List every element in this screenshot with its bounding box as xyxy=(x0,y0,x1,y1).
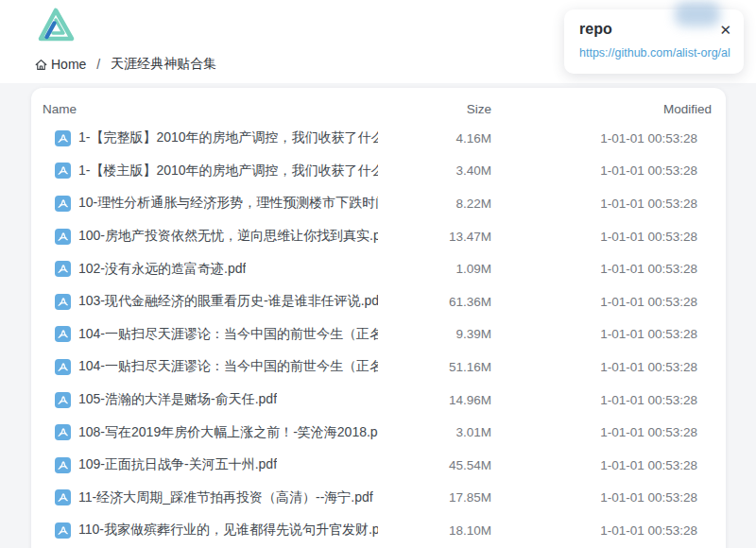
file-size: 51.16M xyxy=(378,360,491,374)
file-row[interactable]: 10-理性分析通胀与经济形势，理性预测楼市下跌时间表-... 8.22M 1-0… xyxy=(31,187,726,220)
breadcrumb-home-label: Home xyxy=(51,57,86,72)
file-row[interactable]: 109-正面抗日战争-关河五十州.pdf 45.54M 1-01-01 00:5… xyxy=(31,449,726,482)
file-modified: 1-01-01 00:53:28 xyxy=(491,295,712,309)
file-row[interactable]: 1-【楼主版】2010年的房地产调控，我们收获了什么？写... 3.40M 1-… xyxy=(31,155,726,188)
top-header: Home / 天涯经典神贴合集 repo ✕ https://github.co… xyxy=(0,0,756,83)
file-row[interactable]: 103-现代金融经济的眼重看历史-谁是谁非任评说.pdf 61.36M 1-01… xyxy=(31,285,726,318)
breadcrumb: Home / 天涯经典神贴合集 xyxy=(34,56,216,73)
file-size: 1.09M xyxy=(378,262,491,276)
file-name: 1-【楼主版】2010年的房地产调控，我们收获了什么？写... xyxy=(78,163,378,180)
file-size: 3.01M xyxy=(378,425,491,439)
pdf-file-icon xyxy=(55,424,71,440)
breadcrumb-separator: / xyxy=(93,57,104,72)
file-row[interactable]: 1-【完整版】2010年的房地产调控，我们收获了什么？写... 4.16M 1-… xyxy=(31,122,726,155)
file-list: 1-【完整版】2010年的房地产调控，我们收获了什么？写... 4.16M 1-… xyxy=(31,122,726,547)
pdf-file-icon xyxy=(55,163,71,179)
file-name: 108-写在2019年房价大幅上涨之前！-笑沧海2018.pdf xyxy=(78,424,378,441)
file-modified: 1-01-01 00:53:28 xyxy=(491,163,712,178)
pdf-file-icon xyxy=(55,489,71,505)
file-modified: 1-01-01 00:53:28 xyxy=(491,490,712,505)
file-size: 9.39M xyxy=(378,327,491,341)
file-name: 104-一贴扫尽天涯谬论：当今中国的前世今生（正名帖）-... xyxy=(78,326,378,343)
file-name: 104-一贴扫尽天涯谬论：当今中国的前世今生（正名帖）-... xyxy=(78,358,378,375)
column-header-size[interactable]: Size xyxy=(378,102,491,116)
file-modified: 1-01-01 00:53:28 xyxy=(491,197,712,211)
file-name: 10-理性分析通胀与经济形势，理性预测楼市下跌时间表-... xyxy=(78,195,378,212)
file-size: 17.85M xyxy=(378,490,491,505)
pdf-file-icon xyxy=(55,196,71,212)
pdf-file-icon xyxy=(55,457,71,473)
file-row[interactable]: 110-我家做殡葬行业的，见谁都得先说句升官发财.pdf 18.10M 1-01… xyxy=(31,514,726,547)
content-area: Name Size Modified 1-【完整版】2010年的房地产调控，我们… xyxy=(0,83,756,548)
file-size: 18.10M xyxy=(378,523,491,538)
home-icon xyxy=(34,58,48,72)
pdf-file-icon xyxy=(55,130,71,146)
privacy-blur-overlay xyxy=(675,2,720,26)
file-row[interactable]: 108-写在2019年房价大幅上涨之前！-笑沧海2018.pdf 3.01M 1… xyxy=(31,416,726,449)
file-size: 14.96M xyxy=(378,393,491,407)
file-row[interactable]: 102-没有永远的造富奇迹.pdf 1.09M 1-01-01 00:53:28 xyxy=(31,252,726,285)
close-icon[interactable]: ✕ xyxy=(719,23,731,37)
pdf-file-icon xyxy=(55,294,71,310)
file-name: 100-房地产投资依然无忧，逆向思维让你找到真实.pdf xyxy=(78,228,378,245)
file-name: 105-浩瀚的大洋是赌场-俞天任.pdf xyxy=(78,391,277,408)
file-row[interactable]: 11-经济大周期_踩准节拍再投资（高清）--海宁.pdf 17.85M 1-01… xyxy=(31,482,726,515)
file-name: 103-现代金融经济的眼重看历史-谁是谁非任评说.pdf xyxy=(78,293,378,310)
file-modified: 1-01-01 00:53:28 xyxy=(491,327,712,341)
pdf-file-icon xyxy=(55,326,71,342)
file-name: 11-经济大周期_踩准节拍再投资（高清）--海宁.pdf xyxy=(78,489,373,506)
file-row[interactable]: 105-浩瀚的大洋是赌场-俞天任.pdf 14.96M 1-01-01 00:5… xyxy=(31,384,726,417)
pdf-file-icon xyxy=(55,392,71,408)
file-modified: 1-01-01 00:53:28 xyxy=(491,523,712,538)
file-modified: 1-01-01 00:53:28 xyxy=(491,131,712,146)
file-row[interactable]: 104-一贴扫尽天涯谬论：当今中国的前世今生（正名帖）-... 51.16M 1… xyxy=(31,351,726,384)
file-modified: 1-01-01 00:53:28 xyxy=(491,262,712,276)
file-size: 8.22M xyxy=(378,197,491,211)
file-modified: 1-01-01 00:53:28 xyxy=(491,458,712,472)
breadcrumb-home[interactable]: Home xyxy=(34,57,86,72)
file-row[interactable]: 100-房地产投资依然无忧，逆向思维让你找到真实.pdf 13.47M 1-01… xyxy=(31,220,726,253)
column-header-modified[interactable]: Modified xyxy=(491,102,712,116)
pdf-file-icon xyxy=(55,359,71,375)
file-size: 45.54M xyxy=(378,458,491,472)
file-list-card: Name Size Modified 1-【完整版】2010年的房地产调控，我们… xyxy=(31,88,726,548)
table-header-row: Name Size Modified xyxy=(31,96,726,122)
pdf-file-icon xyxy=(55,261,71,277)
repo-link[interactable]: https://github.com/alist-org/alist xyxy=(579,46,730,60)
file-row[interactable]: 104-一贴扫尽天涯谬论：当今中国的前世今生（正名帖）-... 9.39M 1-… xyxy=(31,318,726,351)
pdf-file-icon xyxy=(55,522,71,539)
breadcrumb-current: 天涯经典神贴合集 xyxy=(111,56,216,73)
file-modified: 1-01-01 00:53:28 xyxy=(491,360,712,374)
file-size: 3.40M xyxy=(378,163,491,178)
column-header-name[interactable]: Name xyxy=(43,102,378,116)
file-name: 1-【完整版】2010年的房地产调控，我们收获了什么？写... xyxy=(78,129,378,146)
file-name: 110-我家做殡葬行业的，见谁都得先说句升官发财.pdf xyxy=(78,522,378,539)
file-modified: 1-01-01 00:53:28 xyxy=(491,425,712,439)
file-size: 13.47M xyxy=(378,230,491,244)
pdf-file-icon xyxy=(55,229,71,245)
file-name: 102-没有永远的造富奇迹.pdf xyxy=(78,261,246,278)
file-modified: 1-01-01 00:53:28 xyxy=(491,393,712,407)
file-size: 61.36M xyxy=(378,295,491,309)
alist-logo-icon[interactable] xyxy=(34,6,77,45)
file-modified: 1-01-01 00:53:28 xyxy=(491,230,712,244)
file-size: 4.16M xyxy=(378,131,491,146)
file-name: 109-正面抗日战争-关河五十州.pdf xyxy=(78,456,277,473)
